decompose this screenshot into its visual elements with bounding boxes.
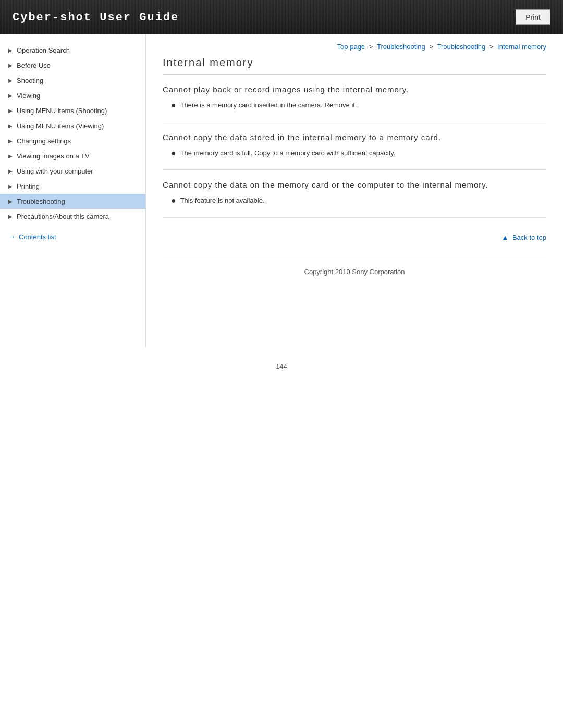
sidebar-item-11[interactable]: ▶Precautions/About this camera [0,209,145,224]
back-to-top-icon: ▲ [501,233,508,241]
main-content: Top page > Troubleshooting > Troubleshoo… [146,34,563,303]
sidebar-label-1: Before Use [17,61,51,69]
breadcrumb-link-0[interactable]: Top page [337,43,365,51]
breadcrumb-link-2[interactable]: Troubleshooting [437,43,486,51]
sidebar-item-4[interactable]: ▶Using MENU items (Shooting) [0,103,145,118]
app-title: Cyber-shot User Guide [13,11,179,24]
sidebar-arrow-icon-4: ▶ [8,108,13,114]
sidebar-item-1[interactable]: ▶Before Use [0,58,145,73]
sidebar-arrow-icon-10: ▶ [8,199,13,204]
sidebar-label-10: Troubleshooting [17,198,65,205]
sidebar-arrow-icon-0: ▶ [8,47,13,53]
page-title: Internal memory [163,57,546,75]
issue-section-0: Cannot play back or record images using … [163,85,546,122]
sidebar-label-8: Using with your computer [17,167,93,175]
issue-text-2-0: This feature is not available. [180,195,265,206]
sidebar-item-10[interactable]: ▶Troubleshooting [0,194,145,209]
issue-title-0: Cannot play back or record images using … [163,85,546,94]
header: Cyber-shot User Guide Print [0,0,563,34]
breadcrumb: Top page > Troubleshooting > Troubleshoo… [163,34,546,57]
sidebar-arrow-icon-1: ▶ [8,63,13,68]
issue-item-2-0: ●This feature is not available. [171,195,546,206]
sidebar-arrow-icon-2: ▶ [8,78,13,83]
sidebar-arrow-icon-5: ▶ [8,123,13,129]
issue-item-1-0: ●The memory card is full. Copy to a memo… [171,148,546,158]
sidebar-item-5[interactable]: ▶Using MENU items (Viewing) [0,118,145,133]
sidebar-label-11: Precautions/About this camera [17,213,109,220]
contents-list-label: Contents list [19,233,56,241]
breadcrumb-separator-2: > [487,43,495,51]
sidebar-arrow-icon-9: ▶ [8,183,13,189]
footer: Copyright 2010 Sony Corporation [163,257,546,286]
sidebar-item-6[interactable]: ▶Changing settings [0,133,145,149]
sidebar-arrow-icon-3: ▶ [8,93,13,98]
bullet-icon: ● [171,100,176,110]
page-layout: ▶Operation Search▶Before Use▶Shooting▶Vi… [0,34,563,347]
issues-container: Cannot play back or record images using … [163,85,546,218]
breadcrumb-separator-0: > [367,43,375,51]
sidebar-arrow-icon-6: ▶ [8,138,13,144]
contents-list-link[interactable]: → Contents list [0,227,145,246]
breadcrumb-separator-1: > [427,43,435,51]
sidebar: ▶Operation Search▶Before Use▶Shooting▶Vi… [0,34,146,347]
bullet-icon: ● [171,195,176,205]
issue-section-1: Cannot copy the data stored in the inter… [163,133,546,170]
sidebar-item-8[interactable]: ▶Using with your computer [0,164,145,179]
print-button[interactable]: Print [516,9,550,25]
sidebar-label-4: Using MENU items (Shooting) [17,107,107,115]
back-to-top-link[interactable]: ▲ Back to top [163,228,546,246]
back-to-top-label: Back to top [512,233,546,241]
sidebar-label-5: Using MENU items (Viewing) [17,122,104,130]
sidebar-item-3[interactable]: ▶Viewing [0,88,145,103]
bullet-icon: ● [171,148,176,158]
sidebar-label-3: Viewing [17,92,40,100]
sidebar-item-7[interactable]: ▶Viewing images on a TV [0,149,145,164]
sidebar-item-2[interactable]: ▶Shooting [0,73,145,88]
breadcrumb-link-1[interactable]: Troubleshooting [377,43,425,51]
sidebar-label-6: Changing settings [17,137,71,145]
issue-item-0-0: ●There is a memory card inserted in the … [171,100,546,110]
sidebar-label-9: Printing [17,182,40,190]
sidebar-arrow-icon-11: ▶ [8,214,13,219]
issue-text-0-0: There is a memory card inserted in the c… [180,100,357,110]
sidebar-label-0: Operation Search [17,46,70,54]
breadcrumb-link-3[interactable]: Internal memory [497,43,546,51]
issue-title-2: Cannot copy the data on the memory card … [163,180,546,189]
sidebar-arrow-icon-7: ▶ [8,153,13,159]
sidebar-label-2: Shooting [17,77,43,84]
issue-section-2: Cannot copy the data on the memory card … [163,180,546,218]
sidebar-label-7: Viewing images on a TV [17,152,90,160]
arrow-right-icon: → [8,232,16,241]
sidebar-item-0[interactable]: ▶Operation Search [0,43,145,58]
sidebar-item-9[interactable]: ▶Printing [0,179,145,194]
page-number: 144 [0,347,563,386]
sidebar-arrow-icon-8: ▶ [8,168,13,174]
copyright-text: Copyright 2010 Sony Corporation [304,268,405,276]
issue-title-1: Cannot copy the data stored in the inter… [163,133,546,142]
issue-text-1-0: The memory card is full. Copy to a memor… [180,148,396,158]
